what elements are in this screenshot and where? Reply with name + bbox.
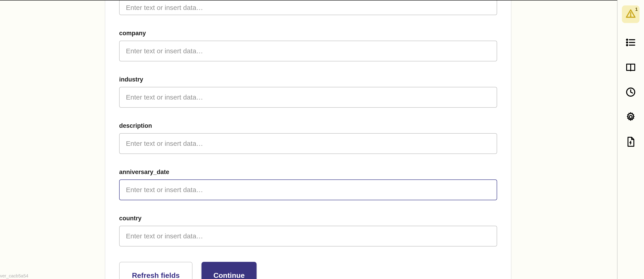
input-company[interactable] xyxy=(119,41,497,62)
svg-point-6 xyxy=(626,44,628,46)
refresh-fields-button[interactable]: Refresh fields xyxy=(119,262,192,279)
list-icon[interactable] xyxy=(625,37,636,48)
clock-icon[interactable] xyxy=(625,87,636,98)
svg-point-10 xyxy=(629,116,632,118)
label-industry: industry xyxy=(119,76,497,83)
field-group-description: description xyxy=(119,122,497,154)
field-group-anniversary-date: anniversary_date xyxy=(119,168,497,200)
label-anniversary-date: anniversary_date xyxy=(119,168,497,176)
input-industry[interactable] xyxy=(119,87,497,108)
file-bolt-icon[interactable] xyxy=(625,136,636,147)
input-country[interactable] xyxy=(119,226,497,246)
field-group-company: company xyxy=(119,30,497,62)
alert-icon xyxy=(626,8,636,20)
book-icon[interactable] xyxy=(625,62,636,73)
input-anniversary-date[interactable] xyxy=(119,180,497,200)
right-rail: 1 xyxy=(617,0,644,279)
main-container: company industry description anniversary… xyxy=(0,0,617,279)
form-panel: company industry description anniversary… xyxy=(105,0,511,279)
field-group-country: country xyxy=(119,215,497,246)
label-description: description xyxy=(119,122,497,129)
continue-button[interactable]: Continue xyxy=(202,262,256,279)
button-row: Refresh fields Continue xyxy=(119,262,497,279)
svg-point-2 xyxy=(626,39,628,40)
alert-badge[interactable]: 1 xyxy=(622,6,640,23)
input-description[interactable] xyxy=(119,133,497,154)
alert-count: 1 xyxy=(635,7,638,12)
label-country: country xyxy=(119,215,497,222)
label-company: company xyxy=(119,30,497,37)
field-group-partial xyxy=(119,0,497,15)
svg-point-1 xyxy=(630,16,631,16)
input-partial[interactable] xyxy=(119,0,497,15)
svg-point-4 xyxy=(626,42,628,43)
field-group-industry: industry xyxy=(119,76,497,108)
version-text: ver_cacb5a54 xyxy=(0,273,28,279)
gear-icon[interactable] xyxy=(625,112,636,122)
